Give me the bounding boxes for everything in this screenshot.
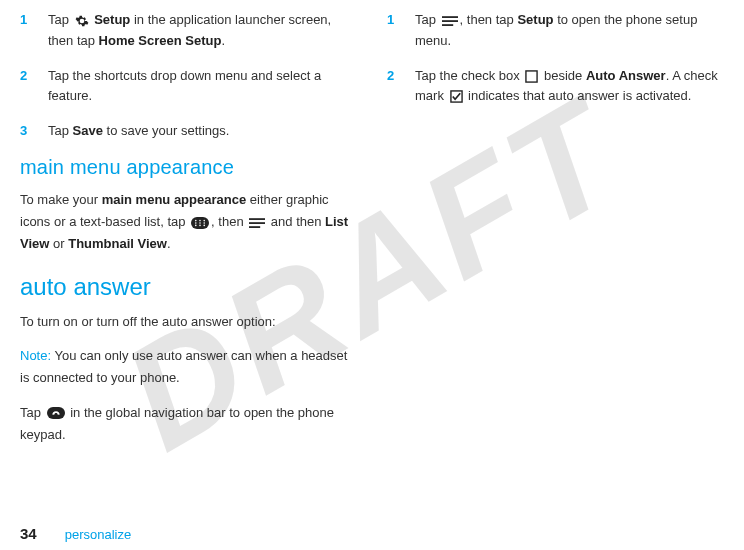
gear-icon [75,14,89,28]
text: Tap [48,123,73,138]
svg-point-6 [204,222,206,224]
bold-text: Setup [91,12,131,27]
step-number: 2 [387,66,415,108]
text: beside [540,68,586,83]
step-item: 2 Tap the check box beside Auto Answer. … [387,66,724,108]
heading-main-menu-appearance: main menu appearance [20,156,357,179]
step-number: 3 [20,121,48,142]
page-footer: 34 personalize [20,525,131,542]
note-paragraph: Note: You can only use auto answer can w… [20,345,357,389]
step-item: 1 Tap , then tap Setup to open the phone… [387,10,724,52]
svg-rect-16 [442,24,453,26]
svg-point-3 [204,219,206,221]
text: You can only use auto answer can when a … [20,348,347,385]
menu-icon [442,15,458,27]
left-column: 1 Tap Setup in the application launcher … [20,10,357,506]
text: . [167,236,171,251]
svg-point-7 [195,224,197,226]
checkbox-empty-icon [525,70,538,83]
paragraph: To make your main menu appearance either… [20,189,357,255]
text: , then [211,214,247,229]
text: indicates that auto answer is activated. [465,88,692,103]
svg-point-2 [199,219,201,221]
svg-point-8 [199,224,201,226]
text: in the global navigation bar to open the… [20,405,334,442]
bold-text: main menu appearance [102,192,247,207]
step-body: Tap Save to save your settings. [48,121,357,142]
bold-text: Save [73,123,103,138]
svg-rect-15 [442,20,458,22]
text: Tap the check box [415,68,523,83]
svg-point-4 [195,222,197,224]
paragraph: To turn on or turn off the auto answer o… [20,311,357,333]
page-content: 1 Tap Setup in the application launcher … [0,0,744,522]
checkbox-checked-icon [450,90,463,103]
svg-rect-10 [249,218,265,220]
svg-rect-11 [249,222,265,224]
step-body: Tap the shortcuts drop down menu and sel… [48,66,357,108]
svg-point-5 [199,222,201,224]
text: or [49,236,68,251]
step-body: Tap the check box beside Auto Answer. A … [415,66,724,108]
step-number: 1 [20,10,48,52]
text: Tap [48,12,73,27]
bold-text: Auto Answer [586,68,666,83]
svg-rect-12 [249,226,260,228]
menu-icon [249,217,265,229]
heading-auto-answer: auto answer [20,273,357,301]
step-body: Tap , then tap Setup to open the phone s… [415,10,724,52]
paragraph: Tap in the global navigation bar to open… [20,402,357,446]
svg-rect-14 [442,16,458,18]
text: to save your settings. [103,123,229,138]
step-item: 1 Tap Setup in the application launcher … [20,10,357,52]
step-number: 2 [20,66,48,108]
step-number: 1 [387,10,415,52]
text: and then [267,214,325,229]
text: To make your [20,192,102,207]
svg-point-9 [204,224,206,226]
text: . [221,33,225,48]
text: Tap [20,405,45,420]
right-column: 1 Tap , then tap Setup to open the phone… [387,10,724,506]
page-number: 34 [20,525,37,542]
bold-text: Thumbnail View [68,236,167,251]
section-name: personalize [65,527,132,542]
grid-icon [191,217,209,229]
step-item: 2 Tap the shortcuts drop down menu and s… [20,66,357,108]
step-item: 3 Tap Save to save your settings. [20,121,357,142]
step-body: Tap Setup in the application launcher sc… [48,10,357,52]
phone-icon [47,407,65,419]
bold-text: Home Screen Setup [99,33,222,48]
text: Tap [415,12,440,27]
svg-rect-17 [526,71,537,82]
note-label: Note: [20,348,51,363]
bold-text: Setup [517,12,553,27]
text: , then tap [460,12,518,27]
svg-point-1 [195,219,197,221]
